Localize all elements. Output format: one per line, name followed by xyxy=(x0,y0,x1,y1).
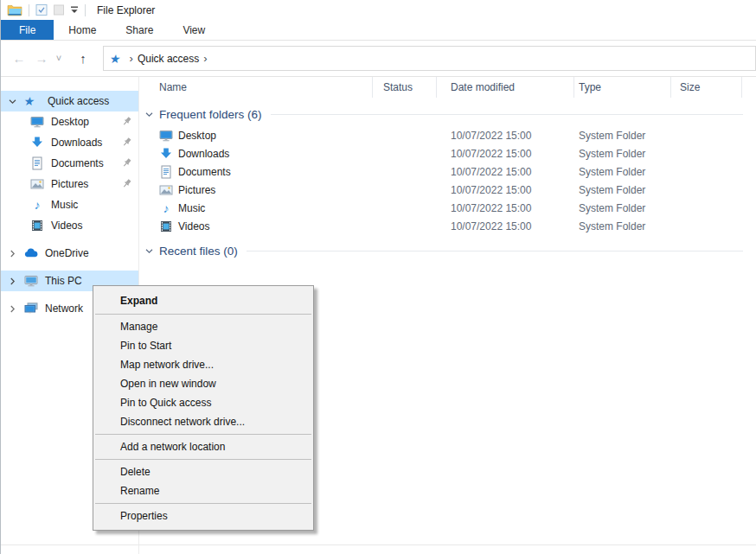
file-row-desktop[interactable]: Desktop 10/07/2022 15:00 System Folder xyxy=(139,126,756,144)
menu-item-map-network-drive[interactable]: Map network drive... xyxy=(93,355,313,374)
sidebar-item-music[interactable]: ♪ Music xyxy=(1,194,138,215)
up-icon[interactable]: ↑ xyxy=(72,52,94,65)
onedrive-icon xyxy=(23,246,39,260)
ribbon-tab-bar: File Home Share View xyxy=(1,20,756,41)
pin-icon xyxy=(121,137,132,150)
tab-file[interactable]: File xyxy=(1,20,54,40)
sidebar-item-desktop[interactable]: Desktop xyxy=(1,111,138,132)
back-icon[interactable]: ← xyxy=(8,52,30,65)
menu-item-properties[interactable]: Properties xyxy=(93,506,313,525)
group-header-frequent-folders[interactable]: Frequent folders (6) xyxy=(139,105,756,123)
chevron-down-icon[interactable] xyxy=(144,246,154,256)
file-row-music[interactable]: ♪ Music 10/07/2022 15:00 System Folder xyxy=(139,199,756,217)
tab-share[interactable]: Share xyxy=(111,20,168,40)
menu-separator xyxy=(95,434,311,435)
menu-separator xyxy=(95,314,311,315)
recent-locations-dropdown-icon[interactable]: ˅ xyxy=(53,54,65,63)
forward-icon[interactable]: → xyxy=(30,52,53,65)
sidebar-item-pictures[interactable]: Pictures xyxy=(1,174,138,194)
address-bar[interactable]: ★ › Quick access › xyxy=(103,46,756,71)
file-row-documents[interactable]: Documents 10/07/2022 15:00 System Folder xyxy=(139,162,756,181)
menu-item-disconnect-network-drive[interactable]: Disconnect network drive... xyxy=(93,412,313,431)
menu-separator xyxy=(95,459,311,460)
sidebar-item-downloads[interactable]: Downloads xyxy=(1,132,138,153)
window-bottom-edge xyxy=(1,544,756,545)
pictures-icon xyxy=(159,183,173,197)
file-row-videos[interactable]: Videos 10/07/2022 15:00 System Folder xyxy=(139,217,756,235)
this-pc-icon xyxy=(23,274,39,288)
pin-icon xyxy=(121,157,132,171)
new-folder-icon[interactable] xyxy=(50,2,67,19)
column-header-name[interactable]: Name xyxy=(139,77,373,98)
toolbar-divider xyxy=(85,4,86,16)
file-row-downloads[interactable]: Downloads 10/07/2022 15:00 System Folder xyxy=(139,144,756,162)
menu-item-delete[interactable]: Delete xyxy=(93,462,313,481)
context-menu: Expand Manage Pin to Start Map network d… xyxy=(93,285,314,531)
chevron-right-icon[interactable] xyxy=(8,277,20,286)
breadcrumb-chevron-icon[interactable]: › xyxy=(203,52,207,65)
breadcrumb-chevron-icon[interactable]: › xyxy=(130,52,133,65)
tab-view[interactable]: View xyxy=(168,20,220,40)
navigation-bar: ← → ˅ ↑ ★ › Quick access › xyxy=(1,41,756,77)
customize-quick-access-toolbar-icon[interactable] xyxy=(67,2,81,19)
music-icon: ♪ xyxy=(29,198,45,212)
documents-icon xyxy=(159,165,173,179)
breadcrumb-location[interactable]: Quick access xyxy=(138,53,199,65)
menu-item-manage[interactable]: Manage xyxy=(93,317,313,336)
documents-icon xyxy=(29,156,45,170)
chevron-down-icon[interactable] xyxy=(8,97,20,106)
videos-icon xyxy=(159,220,173,233)
toolbar-divider xyxy=(29,4,29,16)
sidebar-item-quick-access[interactable]: ★ Quick access xyxy=(1,91,138,111)
videos-icon xyxy=(29,219,45,232)
window-title: File Explorer xyxy=(97,4,155,16)
sidebar-item-onedrive[interactable]: OneDrive xyxy=(1,243,138,264)
file-row-pictures[interactable]: Pictures 10/07/2022 15:00 System Folder xyxy=(139,181,756,199)
quick-access-star-icon: ★ xyxy=(21,94,38,108)
music-icon: ♪ xyxy=(159,201,173,215)
downloads-icon xyxy=(159,147,173,161)
chevron-right-icon[interactable] xyxy=(8,304,20,314)
tab-home[interactable]: Home xyxy=(54,20,111,40)
chevron-down-icon[interactable] xyxy=(144,110,154,119)
group-header-recent-files[interactable]: Recent files (0) xyxy=(139,242,756,259)
title-bar: File Explorer xyxy=(1,0,756,20)
pin-icon xyxy=(121,116,132,130)
column-header-date-modified[interactable]: Date modified xyxy=(437,77,574,98)
pictures-icon xyxy=(29,177,45,191)
desktop-icon xyxy=(159,129,173,143)
file-explorer-window: File Explorer File Home Share View ← → ˅… xyxy=(0,0,756,554)
pin-icon xyxy=(121,178,132,192)
properties-icon[interactable] xyxy=(33,2,50,19)
group-rule xyxy=(247,251,743,252)
network-icon xyxy=(23,302,39,315)
column-header-status[interactable]: Status xyxy=(373,77,437,98)
menu-item-add-a-network-location[interactable]: Add a network location xyxy=(93,437,313,456)
chevron-right-icon[interactable] xyxy=(8,249,20,258)
column-header-size[interactable]: Size xyxy=(671,77,742,98)
downloads-icon xyxy=(29,136,45,150)
sidebar-item-videos[interactable]: Videos xyxy=(1,215,138,236)
quick-access-star-icon: ★ xyxy=(109,52,122,66)
column-header-type[interactable]: Type xyxy=(574,77,671,98)
frequent-folders-list: Desktop 10/07/2022 15:00 System Folder D… xyxy=(139,126,756,235)
menu-separator xyxy=(95,503,311,504)
explorer-logo-icon[interactable] xyxy=(4,2,25,19)
column-header-row: Name Status Date modified Type Size xyxy=(139,77,756,98)
menu-item-expand[interactable]: Expand xyxy=(93,290,313,311)
sidebar-item-documents[interactable]: Documents xyxy=(1,153,138,174)
menu-item-pin-to-start[interactable]: Pin to Start xyxy=(93,336,313,355)
group-rule xyxy=(271,114,743,115)
menu-item-rename[interactable]: Rename xyxy=(93,481,313,500)
desktop-icon xyxy=(29,115,45,129)
menu-item-pin-to-quick-access[interactable]: Pin to Quick access xyxy=(93,393,313,412)
menu-item-open-in-new-window[interactable]: Open in new window xyxy=(93,374,313,393)
